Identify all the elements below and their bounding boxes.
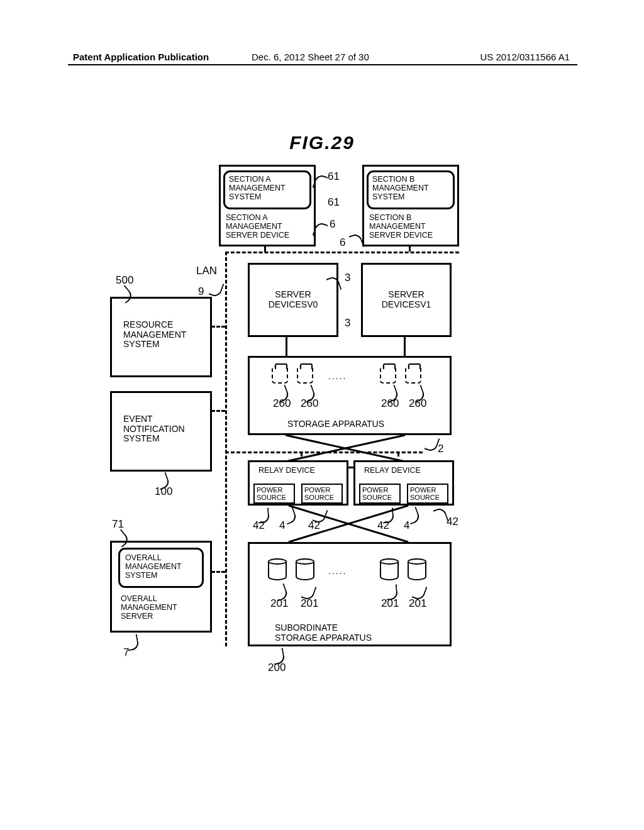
lan-top-h — [225, 252, 459, 253]
ref-7: 7 — [123, 646, 129, 659]
disk-icon — [297, 366, 313, 384]
ellipsis: ..... — [328, 566, 347, 576]
header-right: US 2012/0311566 A1 — [480, 52, 570, 62]
page: Patent Application Publication Dec. 6, 2… — [0, 0, 644, 830]
resource-mgmt-system: RESOURCE MANAGEMENT SYSTEM — [110, 297, 212, 377]
ref-260d: 260 — [409, 397, 426, 410]
server1-label: SERVER DEVICESV1 — [382, 290, 431, 309]
server-device-sv0: SERVER DEVICESV0 — [248, 263, 338, 337]
stub-sv1 — [404, 337, 406, 356]
resource-label: RESOURCE MANAGEMENT SYSTEM — [123, 320, 204, 350]
ref-61b: 61 — [328, 196, 340, 209]
lan-label: LAN — [196, 265, 217, 277]
power-label: POWER SOURCE — [257, 486, 292, 501]
power-source-1b: POWER SOURCE — [301, 484, 343, 504]
ref-9: 9 — [198, 285, 204, 298]
power-source-2b: POWER SOURCE — [407, 484, 448, 504]
ref-3a: 3 — [345, 272, 350, 284]
ref-201d: 201 — [409, 597, 426, 610]
ref-201c: 201 — [381, 597, 399, 610]
overall-inner-label: OVERALL MANAGEMENT SYSTEM — [125, 553, 197, 580]
ref-6a: 6 — [330, 218, 335, 231]
cross-lines-icon — [248, 435, 452, 462]
section-b-outer-label: SECTION B MANAGEMENT SERVER DEVICE — [369, 213, 433, 240]
sub-storage-label: SUBORDINATE STORAGE APPARATUS — [275, 623, 372, 643]
power-label: POWER SOURCE — [362, 486, 397, 501]
lan-br-resource — [211, 326, 225, 328]
cylinder-icon — [380, 558, 399, 582]
ref-3b: 3 — [345, 317, 350, 329]
server0-label: SERVER DEVICESV0 — [269, 290, 318, 309]
leader-icon — [208, 280, 224, 299]
section-a-server-device: SECTION A MANAGEMENT SYSTEM SECTION A MA… — [219, 165, 316, 246]
ellipsis: ..... — [328, 371, 347, 381]
storage-apparatus-label: STORAGE APPARATUS — [287, 419, 384, 429]
overall-mgmt-server: OVERALL MANAGEMENT SYSTEM OVERALL MANAGE… — [110, 541, 212, 633]
section-b-server-device: SECTION B MANAGEMENT SYSTEM SECTION B MA… — [362, 165, 459, 246]
header-left: Patent Application Publication — [73, 52, 209, 62]
figure-title: FIG.29 — [0, 132, 644, 153]
ref-100: 100 — [155, 485, 172, 498]
relay-device-1: RELAY DEVICE POWER SOURCE POWER SOURCE — [248, 460, 348, 506]
disk-icon — [272, 366, 288, 384]
ref-260c: 260 — [381, 397, 399, 410]
lan-stub-b — [409, 246, 411, 252]
relay1-label: RELAY DEVICE — [258, 466, 315, 475]
disk-icon — [380, 366, 396, 384]
lan-stub-a — [264, 246, 266, 252]
cylinder-icon — [268, 558, 287, 582]
disk-icon — [405, 366, 421, 384]
power-label: POWER SOURCE — [304, 486, 340, 501]
section-a-outer-label: SECTION A MANAGEMENT SERVER DEVICE — [226, 213, 289, 240]
cylinder-icon — [296, 558, 314, 582]
section-b-mgmt-system: SECTION B MANAGEMENT SYSTEM — [367, 170, 455, 209]
section-a-inner-label: SECTION A MANAGEMENT SYSTEM — [229, 175, 306, 201]
relay-device-2: RELAY DEVICE POWER SOURCE POWER SOURCE — [353, 460, 454, 506]
ref-260b: 260 — [301, 397, 318, 410]
lan-br-overall — [211, 571, 225, 573]
server-device-sv1: SERVER DEVICESV1 — [361, 263, 452, 337]
relay-conn — [348, 467, 353, 468]
overall-mgmt-system: OVERALL MANAGEMENT SYSTEM — [118, 548, 204, 588]
relay2-label: RELAY DEVICE — [364, 466, 421, 475]
header-center: Dec. 6, 2012 Sheet 27 of 30 — [252, 52, 369, 62]
lan-br-event — [211, 410, 225, 412]
stub-sv0 — [286, 337, 287, 356]
ref-71: 71 — [112, 518, 124, 531]
power-label: POWER SOURCE — [410, 486, 445, 501]
ref-61a: 61 — [328, 170, 340, 183]
ref-201a: 201 — [270, 597, 288, 610]
ref-260a: 260 — [273, 397, 291, 410]
ref-6b: 6 — [340, 236, 345, 249]
overall-outer-label: OVERALL MANAGEMENT SERVER — [121, 594, 177, 621]
cross-lines-icon — [248, 506, 452, 542]
power-source-1a: POWER SOURCE — [253, 484, 295, 504]
ref-200: 200 — [268, 661, 286, 674]
ref-201b: 201 — [301, 597, 318, 610]
section-a-mgmt-system: SECTION A MANAGEMENT SYSTEM — [223, 170, 311, 209]
header-rule — [68, 64, 577, 65]
cylinder-icon — [408, 558, 426, 582]
lan-spine — [225, 252, 227, 646]
event-notification-system: EVENT NOTIFICATION SYSTEM — [110, 391, 212, 472]
event-label: EVENT NOTIFICATION SYSTEM — [123, 414, 204, 444]
section-b-inner-label: SECTION B MANAGEMENT SYSTEM — [372, 175, 449, 201]
power-source-2a: POWER SOURCE — [359, 484, 401, 504]
